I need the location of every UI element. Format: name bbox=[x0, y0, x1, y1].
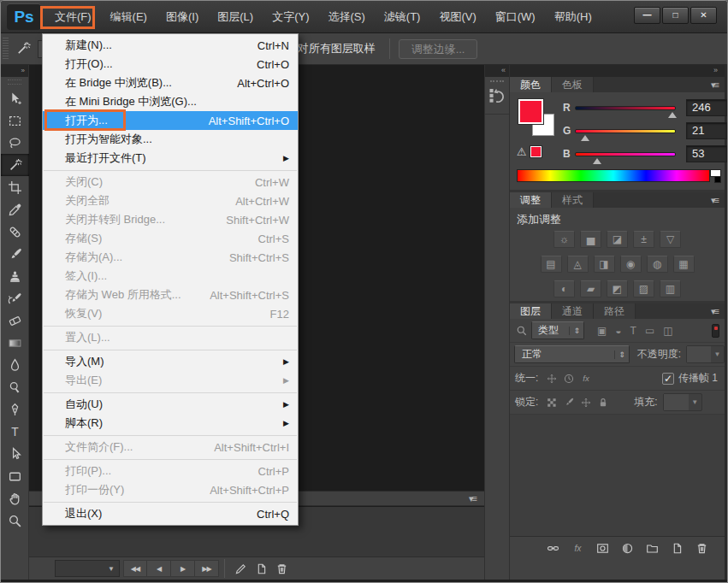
add-layer-mask-button[interactable] bbox=[596, 542, 609, 555]
menubar-item-9[interactable]: 窗口(W) bbox=[486, 6, 545, 28]
adjustments-tab-1[interactable]: 调整 bbox=[510, 192, 552, 208]
tools-collapse-button[interactable]: » bbox=[1, 65, 28, 77]
frame-delay-dropdown[interactable]: ▼ bbox=[55, 560, 120, 577]
gradient-map-button[interactable]: ▨ bbox=[633, 280, 654, 297]
filter-type-layers-icon[interactable]: T bbox=[630, 325, 636, 337]
blend-mode-dropdown[interactable]: 正常 ⇕ bbox=[514, 345, 630, 363]
posterize-button[interactable]: ▰ bbox=[580, 280, 601, 297]
filter-adjustment-layers-icon[interactable]: ◒ bbox=[615, 325, 621, 337]
tween-frames-button[interactable] bbox=[230, 560, 251, 577]
file-menu-item-1[interactable]: 新建(N)...Ctrl+N bbox=[43, 36, 298, 55]
threshold-button[interactable]: ◩ bbox=[607, 280, 628, 297]
filter-smart-objects-icon[interactable]: ◫ bbox=[663, 325, 672, 337]
black-white-button[interactable]: ◨ bbox=[594, 256, 615, 273]
adjustments-tab-2[interactable]: 样式 bbox=[552, 192, 594, 208]
channel-value-g[interactable]: 21 bbox=[686, 122, 727, 139]
channel-slider-r[interactable] bbox=[575, 106, 676, 110]
eyedropper-tool[interactable] bbox=[1, 198, 29, 221]
tools-grip[interactable] bbox=[8, 80, 21, 85]
magic-wand-tool-icon[interactable] bbox=[12, 38, 34, 60]
file-menu-item-19[interactable]: 自动(U)▶ bbox=[43, 395, 298, 414]
fill-dropdown[interactable]: ▼ bbox=[663, 393, 702, 411]
lock-transparent-pixels-icon[interactable] bbox=[546, 397, 558, 409]
lock-image-pixels-icon[interactable] bbox=[563, 397, 575, 409]
timeline-panel-menu-icon[interactable]: ▾≡ bbox=[469, 493, 476, 504]
hue-saturation-button[interactable]: ▤ bbox=[541, 256, 562, 273]
curves-button[interactable]: ◪ bbox=[607, 231, 628, 248]
opacity-dropdown[interactable]: ▼ bbox=[686, 345, 725, 363]
color-balance-button[interactable]: ◬ bbox=[567, 256, 589, 273]
clone-stamp-tool[interactable] bbox=[1, 265, 29, 287]
rectangle-tool[interactable] bbox=[1, 465, 29, 487]
rectangular-marquee-tool[interactable] bbox=[1, 109, 29, 132]
layers-tab-3[interactable]: 路径 bbox=[594, 303, 636, 319]
channel-slider-g[interactable] bbox=[575, 129, 676, 133]
file-menu-item-4[interactable]: 在 Mini Bridge 中浏览(G)... bbox=[43, 92, 298, 111]
type-tool[interactable]: T bbox=[1, 421, 29, 443]
filter-type-dropdown[interactable]: 类型 ⇕ bbox=[531, 321, 584, 339]
delete-frame-button[interactable] bbox=[271, 560, 292, 577]
zoom-tool[interactable] bbox=[1, 509, 29, 532]
layers-tab-1[interactable]: 图层 bbox=[510, 303, 552, 319]
adjustments-panel-menu-icon[interactable]: ▾≡ bbox=[711, 195, 718, 206]
menubar-item-8[interactable]: 视图(V) bbox=[429, 6, 485, 28]
panels-collapse-button[interactable]: » bbox=[510, 65, 725, 77]
menubar-item-10[interactable]: 帮助(H) bbox=[545, 6, 601, 28]
menubar-item-4[interactable]: 图层(L) bbox=[208, 6, 263, 28]
menubar-item-5[interactable]: 文字(Y) bbox=[263, 6, 318, 28]
slider-thumb[interactable] bbox=[593, 158, 601, 164]
slider-thumb[interactable] bbox=[581, 135, 589, 141]
eraser-tool[interactable] bbox=[1, 309, 29, 332]
slider-thumb[interactable] bbox=[668, 112, 677, 118]
spot-healing-brush-tool[interactable] bbox=[1, 221, 29, 243]
channel-slider-b[interactable] bbox=[575, 152, 676, 156]
file-menu-item-24[interactable]: 退出(X)Ctrl+Q bbox=[43, 504, 298, 523]
filter-toggle-switch[interactable] bbox=[712, 324, 719, 338]
color-tab-2[interactable]: 色板 bbox=[552, 77, 594, 92]
menubar-item-7[interactable]: 滤镜(T) bbox=[375, 6, 430, 28]
close-button[interactable]: ✕ bbox=[690, 7, 717, 24]
options-bar-grip[interactable] bbox=[3, 38, 9, 60]
warning-triangle-icon[interactable]: ⚠ bbox=[517, 145, 527, 158]
layers-tab-2[interactable]: 通道 bbox=[552, 303, 594, 319]
link-layers-button[interactable] bbox=[547, 542, 559, 555]
channel-value-r[interactable]: 246 bbox=[686, 99, 727, 116]
file-menu-item-7[interactable]: 最近打开文件(T)▶ bbox=[43, 149, 298, 168]
levels-button[interactable]: ▅ bbox=[580, 231, 601, 248]
exposure-button[interactable]: ± bbox=[633, 231, 654, 248]
filter-pixel-layers-icon[interactable]: ▣ bbox=[597, 325, 607, 337]
strip-collapse-button[interactable]: « bbox=[485, 65, 509, 77]
blur-tool[interactable] bbox=[1, 354, 29, 376]
propagate-checkbox[interactable]: ✓ bbox=[662, 373, 674, 385]
filter-shape-layers-icon[interactable]: ▭ bbox=[645, 325, 654, 337]
unify-position-icon[interactable] bbox=[546, 373, 558, 385]
gradient-tool[interactable] bbox=[1, 332, 29, 354]
file-menu-item-6[interactable]: 打开为智能对象... bbox=[43, 130, 298, 149]
play-animation-button[interactable]: ▶ bbox=[171, 560, 195, 577]
history-panel-button[interactable] bbox=[485, 77, 509, 115]
color-panel-menu-icon[interactable]: ▾≡ bbox=[711, 80, 718, 91]
history-brush-tool[interactable] bbox=[1, 287, 29, 309]
lock-all-icon[interactable] bbox=[597, 397, 609, 409]
color-tab-1[interactable]: 颜色 bbox=[510, 77, 552, 92]
magic-wand-tool[interactable] bbox=[1, 154, 29, 176]
channel-mixer-button[interactable]: ◍ bbox=[647, 256, 668, 273]
layer-styles-button[interactable]: fx bbox=[571, 542, 584, 555]
brush-tool[interactable] bbox=[1, 243, 29, 265]
move-tool[interactable] bbox=[1, 87, 29, 109]
menubar-item-2[interactable]: 编辑(E) bbox=[101, 6, 157, 28]
crop-tool[interactable] bbox=[1, 176, 29, 198]
closest-web-color-swatch[interactable] bbox=[530, 146, 542, 157]
path-selection-tool[interactable] bbox=[1, 443, 29, 465]
file-menu-item-17[interactable]: 导入(M)▶ bbox=[43, 352, 298, 371]
brightness-contrast-button[interactable]: ☼ bbox=[553, 231, 575, 248]
refine-edge-button[interactable]: 调整边缘... bbox=[399, 39, 478, 59]
photo-filter-button[interactable]: ◉ bbox=[620, 256, 642, 273]
file-menu-item-2[interactable]: 打开(O)...Ctrl+O bbox=[43, 55, 298, 74]
black-swatch[interactable] bbox=[714, 176, 721, 183]
foreground-color-swatch-panel[interactable] bbox=[518, 99, 543, 124]
dodge-tool[interactable] bbox=[1, 376, 29, 398]
lasso-tool[interactable] bbox=[1, 132, 29, 154]
duplicate-frame-button[interactable] bbox=[251, 560, 271, 577]
color-lookup-button[interactable]: ▦ bbox=[673, 256, 695, 273]
